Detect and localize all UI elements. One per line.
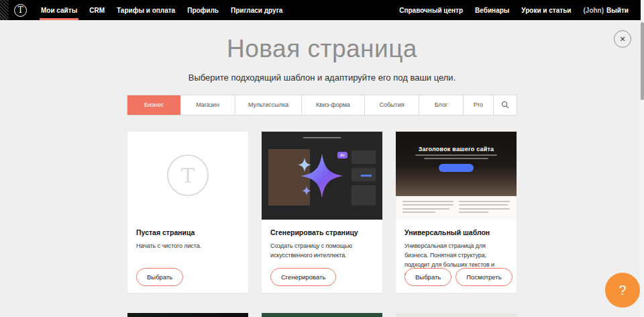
generate-page-button[interactable]: Сгенерировать xyxy=(270,268,336,286)
question-mark-icon: ? xyxy=(619,283,626,298)
ai-badge: AI xyxy=(337,152,347,158)
template-search-button[interactable] xyxy=(493,95,517,115)
partial-template-card[interactable] xyxy=(262,313,382,317)
corner-pattern-decoration xyxy=(0,0,9,20)
greeked-text-line xyxy=(402,201,453,202)
page-title: Новая страница xyxy=(0,20,644,63)
tab-quiz-form[interactable]: Квиз-форма xyxy=(301,95,364,115)
page-subtitle: Выберите подходящий шаблон и адаптируйте… xyxy=(0,73,644,83)
greeked-text-line xyxy=(402,208,449,210)
greeked-text-line xyxy=(459,212,488,213)
logout-label: Выйти xyxy=(606,7,629,14)
partial-template-card[interactable] xyxy=(396,313,517,317)
top-navigation-bar: T Мои сайты CRM Тарифы и оплата Профиль … xyxy=(0,0,644,20)
nav-my-sites[interactable]: Мои сайты xyxy=(35,0,83,20)
card-actions: Выбрать xyxy=(136,268,183,286)
nav-pricing[interactable]: Тарифы и оплата xyxy=(111,0,181,20)
greeked-text-line xyxy=(459,201,510,202)
new-page-modal: ✕ Новая страница Выберите подходящий шаб… xyxy=(0,20,644,317)
page-scrollbar xyxy=(641,0,644,317)
greeked-text-column xyxy=(402,201,453,220)
current-user-name: (John) xyxy=(583,7,604,14)
help-button[interactable]: ? xyxy=(605,273,640,308)
nav-help-center[interactable]: Справочный центр xyxy=(393,0,469,20)
partial-template-card[interactable] xyxy=(127,313,248,317)
card-title: Универсальный шаблон xyxy=(405,228,508,236)
card-description: Создать страницу с помощью искусственног… xyxy=(270,242,374,261)
nav-webinars[interactable]: Вебинары xyxy=(469,0,515,20)
preview-heading: Заголовок вашего сайта xyxy=(396,132,517,152)
tilda-logo[interactable]: T xyxy=(14,4,27,17)
select-blank-button[interactable]: Выбрать xyxy=(136,268,183,286)
search-icon xyxy=(501,101,509,109)
tab-events[interactable]: События xyxy=(364,95,419,115)
ai-star-icon xyxy=(282,143,362,208)
select-universal-button[interactable]: Выбрать xyxy=(405,268,451,286)
card-title: Пустая страница xyxy=(136,228,239,236)
universal-template-preview: Заголовок вашего сайта xyxy=(396,132,517,220)
greeked-text-line xyxy=(459,208,510,210)
template-card-grid: T Пустая страница Начать с чистого листа… xyxy=(127,132,517,293)
greeked-text-line xyxy=(424,158,488,159)
ai-generate-preview: AI xyxy=(262,132,382,220)
view-universal-button[interactable]: Посмотреть xyxy=(455,268,512,286)
card-actions: Выбрать Посмотреть xyxy=(405,268,513,286)
card-title: Сгенерировать страницу xyxy=(270,228,374,236)
tab-pro[interactable]: Pro xyxy=(463,95,493,115)
watermark-letter: T xyxy=(181,164,195,187)
greeked-text-line xyxy=(402,212,435,213)
primary-nav: Мои сайты CRM Тарифы и оплата Профиль Пр… xyxy=(35,0,288,20)
preview-cta-button[interactable] xyxy=(439,164,474,172)
close-button[interactable]: ✕ xyxy=(614,30,631,48)
blank-page-preview: T xyxy=(127,132,248,220)
template-card-ai-generate: AI Сгенерировать страницу Создать страни… xyxy=(262,132,382,293)
scrollbar-thumb[interactable] xyxy=(641,22,644,100)
tilda-logo-letter: T xyxy=(17,5,23,15)
tab-store[interactable]: Магазин xyxy=(180,95,235,115)
card-description: Начать с чистого листа. xyxy=(136,242,239,251)
nav-crm[interactable]: CRM xyxy=(83,0,111,20)
greeked-text-line xyxy=(459,204,508,206)
tilda-logo-watermark: T xyxy=(167,154,209,196)
nav-profile[interactable]: Профиль xyxy=(181,0,225,20)
nav-logout[interactable]: (John) Выйти xyxy=(577,0,635,20)
app-window: T Мои сайты CRM Тарифы и оплата Профиль … xyxy=(0,0,644,317)
close-icon: ✕ xyxy=(619,35,625,44)
template-card-blank-page: T Пустая страница Начать с чистого листа… xyxy=(127,132,248,293)
greeked-text-line xyxy=(415,154,497,156)
preview-hero-section: Заголовок вашего сайта xyxy=(396,132,517,196)
card-actions: Сгенерировать xyxy=(270,268,336,286)
nav-lessons[interactable]: Уроки и статьи xyxy=(515,0,577,20)
card-body: Пустая страница Начать с чистого листа. xyxy=(127,220,248,251)
tab-multilink[interactable]: Мультиссылка xyxy=(235,95,301,115)
ai-sparkle-illustration xyxy=(262,132,382,220)
greeked-text-column xyxy=(459,201,510,220)
secondary-nav: Справочный центр Вебинары Уроки и статьи… xyxy=(393,0,635,20)
card-body: Сгенерировать страницу Создать страницу … xyxy=(262,220,382,261)
template-card-universal: Заголовок вашего сайта xyxy=(396,132,517,293)
tab-blog[interactable]: Блог xyxy=(419,95,463,115)
nav-invite-friend[interactable]: Пригласи друга xyxy=(225,0,288,20)
template-category-tabs: Бизнес Магазин Мультиссылка Квиз-форма С… xyxy=(127,95,517,116)
preview-text-section xyxy=(396,196,517,220)
next-template-row-partial xyxy=(127,313,517,317)
tab-business[interactable]: Бизнес xyxy=(127,95,180,115)
greeked-text-line xyxy=(402,204,453,206)
